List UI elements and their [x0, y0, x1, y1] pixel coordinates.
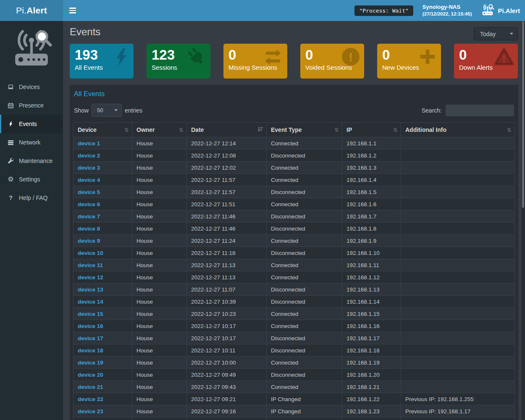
column-header-device[interactable]: Device⇅ [74, 123, 132, 137]
date-cell: 2022-12-27 10:39 [187, 296, 267, 308]
gear-icon: ⚙ [7, 176, 14, 183]
device-link[interactable]: device 21 [78, 384, 103, 390]
device-link[interactable]: device 13 [78, 286, 103, 293]
sort-icon: ⇅ [507, 127, 512, 133]
sidebar-item-label: Presence [19, 102, 44, 109]
event-type-cell: Connected [267, 381, 342, 393]
sidebar-item-label: Help / FAQ [19, 194, 47, 201]
svg-text:!: ! [502, 53, 506, 65]
calendar-icon [7, 102, 14, 109]
host-info: Synology-NAS (27/12/2022, 12:15:45) [423, 4, 472, 17]
show-label: Show [74, 107, 89, 114]
sort-descending-icon [257, 126, 263, 133]
additional-info-cell [401, 308, 515, 320]
device-link[interactable]: device 7 [78, 213, 100, 220]
column-header-owner[interactable]: Owner⇅ [132, 123, 187, 137]
device-link[interactable]: device 11 [78, 262, 103, 268]
ip-cell: 192.168.1.16 [342, 320, 401, 332]
process-status-badge[interactable]: "Process: Wait" [354, 5, 413, 16]
device-link[interactable]: device 1 [78, 140, 100, 147]
sidebar-item-network[interactable]: Network [0, 133, 63, 152]
ip-cell: 192.168.1.5 [342, 186, 401, 198]
date-cell: 2022-12-27 11:18 [187, 247, 267, 259]
device-link[interactable]: device 9 [78, 238, 100, 244]
card-voided-sessions[interactable]: 0 Voided Sessions ! [300, 44, 364, 79]
app-logo[interactable]: Pi.Alert [0, 0, 63, 21]
search-input[interactable] [446, 105, 514, 116]
column-header-additional-info[interactable]: Additional Info⇅ [401, 123, 515, 137]
device-link[interactable]: device 16 [78, 323, 103, 329]
card-sessions[interactable]: 123 Sessions [147, 44, 210, 79]
device-link[interactable]: device 14 [78, 299, 103, 305]
device-link[interactable]: device 20 [78, 372, 103, 378]
date-cell: 2022-12-27 11:13 [187, 259, 267, 271]
date-cell: 2022-12-27 09:21 [187, 393, 267, 405]
sidebar-item-settings[interactable]: ⚙ Settings [0, 170, 63, 189]
date-cell: 2022-12-27 09:04 [187, 417, 267, 420]
date-cell: 2022-12-27 12:14 [187, 137, 267, 150]
sidebar-item-help[interactable]: ? Help / FAQ [0, 189, 63, 207]
additional-info-cell [401, 150, 515, 162]
ip-cell: 192.168.1.1 [342, 137, 401, 150]
device-link[interactable]: device 18 [78, 347, 103, 354]
event-type-cell: Disconnected [267, 247, 342, 259]
owner-cell: House [132, 174, 187, 186]
sidebar-item-events[interactable]: Events [0, 115, 63, 133]
sidebar-menu: Devices Presence Events Network Maintena… [0, 78, 63, 207]
table-row: device 9House2022-12-27 11:24Connected19… [74, 235, 515, 247]
owner-cell: House [132, 259, 187, 271]
table-row: device 17House2022-12-27 10:17Disconnect… [74, 332, 515, 344]
device-cell: device 4 [74, 174, 132, 186]
column-header-date[interactable]: Date [187, 123, 267, 137]
owner-cell: House [132, 150, 187, 162]
device-link[interactable]: device 2 [78, 152, 100, 159]
device-link[interactable]: device 4 [78, 177, 100, 183]
entries-label: entries [125, 107, 142, 114]
device-link[interactable]: device 19 [78, 360, 103, 366]
device-link[interactable]: device 22 [78, 396, 103, 402]
sidebar-item-devices[interactable]: Devices [0, 78, 63, 96]
ip-cell: 192.168.1.14 [342, 296, 401, 308]
device-link[interactable]: device 15 [78, 311, 103, 317]
owner-cell: House [132, 332, 187, 344]
card-all-events[interactable]: 193 All Events [70, 44, 134, 79]
period-select[interactable]: Today [474, 27, 518, 40]
page-length-select[interactable]: 50 [92, 104, 122, 117]
exclamation-circle-icon: ! [341, 47, 361, 67]
device-link[interactable]: device 3 [78, 165, 100, 171]
owner-cell: House [132, 162, 187, 174]
ip-cell: 192.168.1.2 [342, 150, 401, 162]
device-link[interactable]: device 17 [78, 335, 103, 341]
table-row: device 8House2022-12-27 11:46Disconnecte… [74, 223, 515, 235]
scrollbar-thumb[interactable] [522, 21, 524, 208]
device-cell: device 14 [74, 296, 132, 308]
card-down-alerts[interactable]: 0 Down Alerts ! [454, 44, 518, 79]
device-link[interactable]: device 12 [78, 274, 103, 281]
scrollbar-track[interactable] [522, 21, 525, 420]
device-link[interactable]: device 23 [78, 408, 103, 415]
card-missing-sessions[interactable]: 0 Missing Sessions [223, 44, 287, 79]
device-link[interactable]: device 10 [78, 250, 103, 256]
card-new-devices[interactable]: 0 New Devices [377, 44, 441, 79]
device-link[interactable]: device 6 [78, 201, 100, 207]
table-row: device 5House2022-12-27 11:57Disconnecte… [74, 186, 515, 198]
event-type-cell: Disconnected [267, 296, 342, 308]
table-row: device 16House2022-12-27 10:17Connected1… [74, 320, 515, 332]
device-cell: device 1 [74, 137, 132, 150]
ip-cell: 192.168.1.6 [342, 198, 401, 210]
column-header-ip[interactable]: IP⇅ [342, 123, 401, 137]
sidebar-item-presence[interactable]: Presence [0, 96, 63, 115]
logo-prefix: Pi. [16, 5, 26, 16]
host-name: Synology-NAS [423, 4, 472, 11]
brand-link[interactable]: Pi.Alert [481, 3, 520, 18]
device-link[interactable]: device 5 [78, 189, 100, 195]
plug-icon [186, 47, 207, 68]
sidebar-toggle-icon[interactable] [63, 0, 82, 21]
device-link[interactable]: device 8 [78, 226, 100, 232]
events-table-body: device 1House2022-12-27 12:14Connected19… [74, 137, 515, 420]
table-row: device 4House2022-12-27 11:57Connected19… [74, 174, 515, 186]
table-row: device 1House2022-12-27 12:14Connected19… [74, 137, 515, 150]
column-header-event-type[interactable]: Event Type⇅ [267, 123, 342, 137]
sidebar-item-maintenance[interactable]: Maintenance [0, 152, 63, 170]
owner-cell: House [132, 393, 187, 405]
